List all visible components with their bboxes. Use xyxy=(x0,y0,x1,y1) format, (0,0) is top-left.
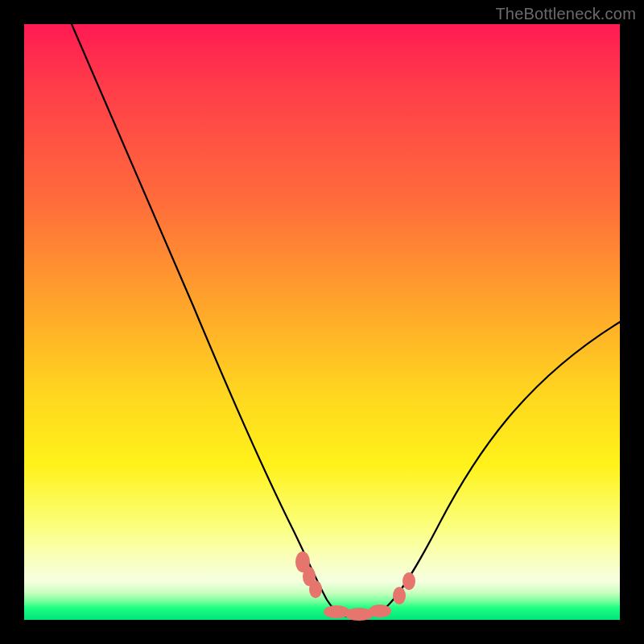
marker-dot xyxy=(369,605,391,617)
chart-svg xyxy=(24,24,620,620)
highlight-markers xyxy=(295,551,415,621)
marker-dot xyxy=(402,572,415,590)
bottleneck-curve xyxy=(72,24,620,617)
marker-dot xyxy=(393,587,406,605)
plot-area xyxy=(24,24,620,620)
watermark-text: TheBottleneck.com xyxy=(495,5,636,23)
chart-frame: TheBottleneck.com xyxy=(0,0,644,644)
marker-dot xyxy=(309,580,322,598)
